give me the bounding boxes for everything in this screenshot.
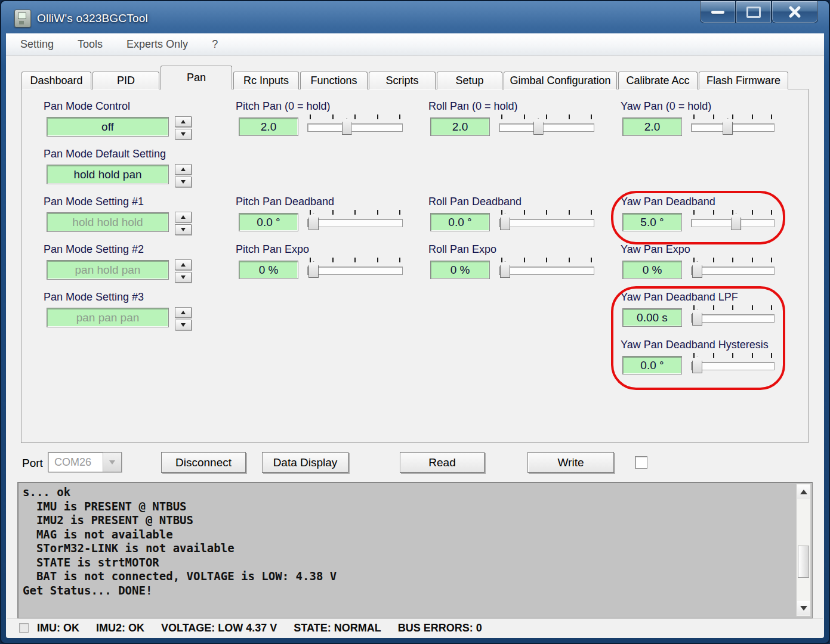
menu-help[interactable]: ? — [212, 38, 218, 51]
pitch-pan-expo-slider[interactable] — [307, 258, 403, 279]
roll-pan-deadband-field[interactable]: 0.0 ° — [430, 213, 490, 231]
spin-up-button[interactable] — [175, 307, 192, 318]
slider-track[interactable] — [691, 362, 775, 370]
slider-thumb[interactable] — [533, 118, 544, 135]
yaw-pan-label: Yaw Pan (0 = hold) — [621, 100, 711, 113]
tab-dashboard[interactable]: Dashboard — [21, 72, 91, 89]
yaw-pan-deadband-hysteresis-slider[interactable] — [691, 353, 775, 374]
slider-thumb[interactable] — [500, 261, 510, 278]
chevron-down-icon — [109, 460, 115, 465]
spin-down-button[interactable] — [175, 177, 192, 187]
tab-scripts[interactable]: Scripts — [369, 72, 436, 89]
spin-up-button[interactable] — [175, 164, 192, 175]
minimize-button[interactable] — [700, 1, 736, 23]
pan-mode-setting2-field[interactable]: pan hold pan — [47, 260, 169, 280]
pan-mode-setting1-spinner — [175, 212, 192, 235]
arrow-up-icon — [181, 168, 186, 171]
pitch-pan-field[interactable]: 2.0 — [239, 117, 298, 136]
write-button[interactable]: Write — [527, 452, 614, 473]
write-option-checkbox[interactable] — [635, 456, 647, 469]
pan-mode-setting1-field[interactable]: hold hold hold — [47, 212, 169, 232]
yaw-pan-deadband-field[interactable]: 5.0 ° — [622, 213, 682, 231]
status-bar: IMU: OK IMU2: OK VOLTAGE: LOW 4.37 V STA… — [7, 618, 823, 637]
maximize-button[interactable] — [736, 1, 772, 23]
spin-down-button[interactable] — [175, 320, 192, 330]
slider-thumb[interactable] — [342, 118, 352, 135]
roll-pan-expo-field[interactable]: 0 % — [430, 261, 490, 279]
slider-thumb[interactable] — [731, 213, 741, 230]
yaw-pan-deadband-lpf-slider[interactable] — [691, 305, 775, 327]
yaw-pan-deadband-slider[interactable] — [691, 210, 775, 231]
tab-functions[interactable]: Functions — [300, 72, 368, 89]
spin-up-button[interactable] — [175, 259, 192, 270]
pitch-pan-expo-field[interactable]: 0 % — [239, 261, 298, 279]
spin-down-button[interactable] — [175, 129, 192, 140]
roll-pan-label: Roll Pan (0 = hold) — [428, 100, 518, 113]
spin-up-button[interactable] — [175, 212, 192, 222]
pitch-pan-deadband-field[interactable]: 0.0 ° — [239, 213, 298, 231]
console-text: s... ok IMU is PRESENT @ NTBUS IMU2 is P… — [23, 485, 794, 615]
maximize-icon — [746, 7, 761, 18]
slider-thumb[interactable] — [723, 118, 733, 135]
slider-track[interactable] — [307, 219, 403, 227]
status-checkbox[interactable] — [19, 623, 29, 633]
console-scrollbar[interactable] — [796, 484, 811, 617]
roll-pan-slider[interactable] — [499, 114, 594, 136]
scroll-down-button[interactable] — [797, 601, 810, 615]
disconnect-button[interactable]: Disconnect — [161, 452, 246, 473]
slider-thumb[interactable] — [692, 261, 702, 278]
menu-experts-only[interactable]: Experts Only — [126, 38, 188, 51]
tab-rc-inputs[interactable]: Rc Inputs — [233, 72, 299, 89]
slider-thumb[interactable] — [308, 261, 319, 278]
slider-thumb[interactable] — [500, 213, 510, 230]
yaw-pan-expo-field[interactable]: 0 % — [622, 261, 682, 279]
read-button[interactable]: Read — [400, 452, 485, 473]
menu-tools[interactable]: Tools — [78, 38, 103, 51]
port-dropdown-button[interactable] — [103, 453, 121, 472]
port-value: COM26 — [48, 456, 103, 469]
roll-pan-field[interactable]: 2.0 — [430, 117, 490, 136]
yaw-pan-field[interactable]: 2.0 — [622, 117, 682, 136]
yaw-pan-deadband-lpf-field[interactable]: 0.00 s — [622, 308, 682, 327]
pan-mode-setting3-field[interactable]: pan pan pan — [47, 308, 169, 327]
spin-down-button[interactable] — [175, 272, 192, 283]
arrow-up-icon — [800, 490, 807, 494]
slider-track[interactable] — [691, 267, 775, 275]
menu-setting[interactable]: Setting — [20, 38, 54, 51]
arrow-up-icon — [181, 263, 186, 267]
slider-thumb[interactable] — [692, 309, 702, 326]
roll-pan-deadband-slider[interactable] — [499, 210, 594, 231]
window-title: OlliW's o323BGCTool — [37, 12, 148, 25]
slider-track[interactable] — [499, 219, 594, 227]
close-button[interactable] — [772, 1, 818, 23]
data-display-button[interactable]: Data Display — [262, 452, 348, 473]
slider-thumb[interactable] — [692, 357, 702, 373]
yaw-pan-expo-slider[interactable] — [691, 258, 775, 279]
roll-pan-expo-slider[interactable] — [499, 258, 594, 279]
scroll-up-button[interactable] — [797, 485, 810, 499]
slider-thumb[interactable] — [308, 213, 319, 230]
pan-mode-control-field[interactable]: off — [47, 117, 169, 137]
yaw-pan-deadband-hysteresis-field[interactable]: 0.0 ° — [622, 356, 682, 374]
pitch-pan-deadband-slider[interactable] — [307, 210, 403, 231]
tab-setup[interactable]: Setup — [437, 72, 502, 89]
roll-pan-expo-label: Roll Pan Expo — [428, 243, 496, 256]
spin-down-button[interactable] — [175, 224, 192, 235]
slider-track[interactable] — [307, 123, 403, 132]
tab-calibrate-acc[interactable]: Calibrate Acc — [618, 72, 698, 89]
pan-mode-default-field[interactable]: hold hold pan — [47, 165, 169, 184]
slider-track[interactable] — [499, 267, 594, 275]
pitch-pan-slider[interactable] — [307, 114, 403, 136]
tab-flash-firmware[interactable]: Flash Firmware — [699, 72, 788, 89]
slider-track[interactable] — [307, 267, 403, 275]
slider-track[interactable] — [691, 314, 775, 323]
yaw-pan-slider[interactable] — [691, 114, 775, 136]
tab-pan[interactable]: Pan — [161, 66, 232, 89]
scrollbar-thumb[interactable] — [798, 546, 809, 578]
tab-gimbal-configuration[interactable]: Gimbal Configuration — [504, 72, 617, 89]
tab-pid[interactable]: PID — [92, 72, 159, 89]
slider-track[interactable] — [499, 123, 594, 132]
console-line: BAT is not connected, VOLTAGE is LOW: 4.… — [23, 569, 794, 584]
spin-up-button[interactable] — [175, 116, 192, 127]
port-combobox[interactable]: COM26 — [48, 452, 122, 472]
